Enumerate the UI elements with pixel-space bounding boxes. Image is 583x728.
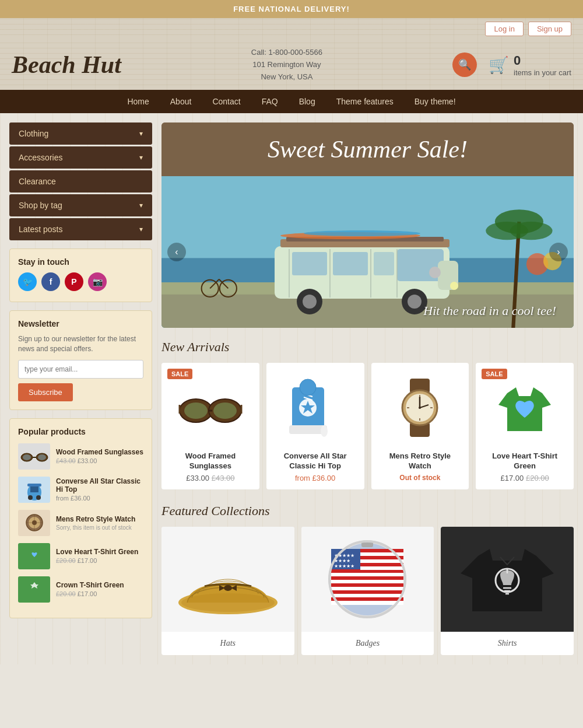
popular-title: Popular products — [18, 427, 143, 436]
product-name: Mens Retro Style Watch — [378, 452, 462, 471]
pinterest-icon[interactable]: P — [65, 272, 83, 291]
product-image — [273, 370, 357, 446]
nav-about[interactable]: About — [160, 90, 202, 113]
hero-banner: Sweet Summer Sale! — [161, 123, 574, 328]
svg-rect-96 — [331, 601, 403, 605]
signup-button[interactable]: Sign up — [528, 22, 571, 36]
featured-image — [161, 527, 294, 632]
svg-point-37 — [450, 282, 458, 290]
sidebar-item-label: Latest posts — [19, 225, 63, 234]
svg-rect-100 — [360, 559, 403, 563]
svg-rect-95 — [331, 597, 403, 601]
cart-icon: 🛒 — [489, 55, 509, 75]
svg-point-40 — [303, 295, 317, 309]
sidebar-item-clothing[interactable]: Clothing ▾ — [9, 123, 152, 145]
login-button[interactable]: Log in — [485, 22, 523, 36]
svg-rect-35 — [374, 252, 394, 275]
svg-point-9 — [36, 495, 41, 500]
main-content: Sweet Summer Sale! — [161, 123, 574, 655]
popular-thumb — [18, 477, 50, 503]
svg-rect-91 — [331, 583, 403, 587]
popular-item[interactable]: Crown T-Shirt Green £20.00 £17.00 — [18, 576, 143, 603]
product-image — [168, 370, 252, 446]
chevron-down-icon: ▾ — [139, 130, 143, 138]
popular-thumb — [18, 543, 50, 569]
product-price: from £36.00 — [273, 474, 357, 482]
featured-card-hats[interactable]: Hats — [161, 527, 294, 655]
social-title: Stay in touch — [18, 257, 143, 267]
hero-next-button[interactable]: › — [549, 243, 568, 261]
popular-thumb — [18, 576, 50, 603]
product-image — [378, 370, 462, 446]
chevron-down-icon: ▾ — [139, 201, 143, 209]
svg-rect-92 — [331, 587, 403, 590]
svg-point-38 — [429, 267, 441, 278]
popular-info: Crown T-Shirt Green £20.00 £17.00 — [56, 581, 124, 597]
svg-point-80 — [224, 585, 232, 591]
newsletter-input[interactable] — [18, 360, 143, 379]
svg-rect-6 — [27, 484, 41, 487]
svg-point-54 — [184, 402, 208, 419]
nav-contact[interactable]: Contact — [202, 90, 251, 113]
svg-rect-34 — [333, 252, 368, 275]
header: Beach Hut Call: 1-800-000-5566 101 Remin… — [0, 40, 583, 90]
featured-label: Hats — [161, 632, 294, 655]
nav-theme-features[interactable]: Theme features — [326, 90, 404, 113]
cart-area[interactable]: 🛒 0 items in your cart — [489, 53, 571, 77]
popular-info: Converse All Star Classic Hi Top from £3… — [56, 477, 143, 502]
product-card[interactable]: Converse All Star Classic Hi Top from £3… — [266, 363, 364, 489]
svg-rect-88 — [331, 573, 403, 576]
sidebar-item-latest-posts[interactable]: Latest posts ▾ — [9, 218, 152, 240]
svg-point-8 — [28, 495, 33, 500]
popular-item[interactable]: Mens Retro Style Watch Sorry, this item … — [18, 510, 143, 536]
product-card[interactable]: Mens Retro Style Watch Out of stock — [371, 363, 469, 489]
sidebar-item-label: Shop by tag — [19, 201, 62, 210]
sidebar-item-shop-by-tag[interactable]: Shop by tag ▾ — [9, 194, 152, 216]
instagram-icon[interactable]: 📷 — [88, 272, 107, 291]
site-logo[interactable]: Beach Hut — [12, 51, 121, 79]
address1: 101 Remington Way — [251, 59, 322, 71]
product-name: Wood Framed Sunglasses — [168, 452, 252, 471]
newsletter-box: Newsletter Sign up to our newsletter for… — [9, 310, 152, 410]
svg-point-46 — [304, 230, 420, 236]
svg-text:★★★★★: ★★★★★ — [334, 564, 354, 569]
sidebar-item-label: Clearance — [19, 177, 56, 186]
search-button[interactable]: 🔍 — [452, 52, 477, 77]
out-of-stock-label: Out of stock — [378, 474, 462, 482]
newsletter-description: Sign up to our newsletter for the latest… — [18, 334, 143, 354]
sidebar-item-clearance[interactable]: Clearance — [9, 170, 152, 192]
sidebar-item-label: Accessories — [19, 153, 62, 162]
popular-info: Love Heart T-Shirt Green £20.00 £17.00 — [56, 548, 138, 564]
facebook-icon[interactable]: f — [41, 272, 60, 291]
product-card[interactable]: SALE Love Heart T-Shirt Green £17.00 £20… — [476, 363, 574, 489]
popular-thumb — [18, 510, 50, 536]
hero-prev-button[interactable]: ‹ — [167, 243, 186, 261]
nav-faq[interactable]: FAQ — [251, 90, 289, 113]
svg-rect-97 — [360, 549, 403, 552]
popular-item[interactable]: Love Heart T-Shirt Green £20.00 £17.00 — [18, 543, 143, 569]
nav-blog[interactable]: Blog — [289, 90, 326, 113]
svg-rect-102 — [360, 566, 403, 570]
popular-item[interactable]: Wood Framed Sunglasses £43.00 £33.00 — [18, 443, 143, 470]
hero-image: Hit the road in a cool tee! ‹ › — [161, 176, 574, 328]
address2: New York, USA — [251, 71, 322, 83]
product-name: Converse All Star Classic Hi Top — [273, 452, 357, 471]
svg-point-66 — [300, 379, 316, 396]
twitter-icon[interactable]: 🐦 — [18, 272, 37, 291]
popular-item[interactable]: Converse All Star Classic Hi Top from £3… — [18, 477, 143, 503]
svg-point-3 — [23, 454, 31, 460]
svg-rect-90 — [331, 580, 403, 583]
featured-card-badges[interactable]: ★★★★★ ★★★★ ★★★★★ — [301, 527, 434, 655]
cart-label: items in your cart — [514, 68, 571, 77]
featured-label: Shirts — [441, 632, 574, 655]
subscribe-button[interactable]: Subscribe — [18, 383, 73, 401]
nav-home[interactable]: Home — [117, 90, 159, 113]
sidebar-item-accessories[interactable]: Accessories ▾ — [9, 146, 152, 169]
chevron-down-icon: ▾ — [139, 153, 143, 162]
svg-point-55 — [213, 402, 237, 419]
nav-buy-theme[interactable]: Buy theme! — [404, 90, 466, 113]
featured-label: Badges — [301, 632, 434, 655]
product-card[interactable]: SALE Wood Framed Sunglasses £33.00 £43.0… — [161, 363, 259, 489]
featured-card-shirts[interactable]: Shirts — [441, 527, 574, 655]
social-box: Stay in touch 🐦 f P 📷 — [9, 249, 152, 302]
